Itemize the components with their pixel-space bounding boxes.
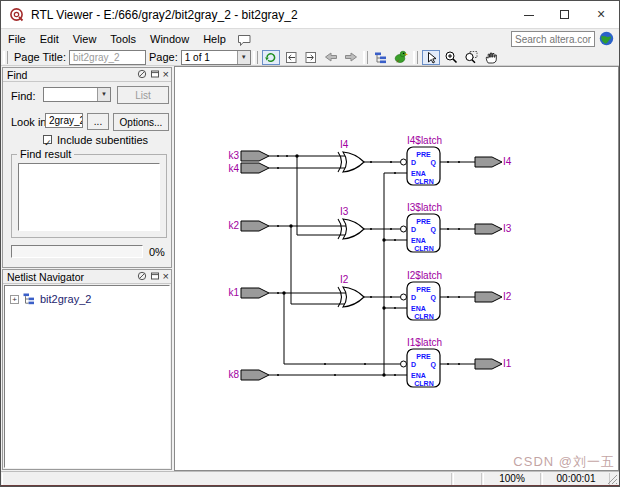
- svg-text:D: D: [411, 361, 416, 368]
- search-input[interactable]: [511, 31, 595, 47]
- next-page-icon: [304, 51, 318, 64]
- find-progress-bar: [11, 245, 143, 258]
- xor-gate-I4[interactable]: [338, 152, 364, 172]
- minimize-icon: [524, 15, 534, 16]
- netlist-panel-header: Netlist Navigator ×: [3, 270, 171, 284]
- input-pin-k2[interactable]: [241, 221, 269, 231]
- output-pins: [475, 157, 502, 369]
- hierarchy-icon: [374, 51, 388, 64]
- close-panel-icon[interactable]: ×: [163, 271, 169, 281]
- schematic-canvas[interactable]: k3 k4 k2 k1 k8: [174, 66, 619, 471]
- svg-text:I2$latch: I2$latch: [407, 270, 442, 281]
- menu-window[interactable]: Window: [143, 31, 196, 47]
- birds-eye-view-button[interactable]: [392, 50, 410, 65]
- svg-text:Q: Q: [431, 159, 437, 167]
- menu-view[interactable]: View: [66, 31, 104, 47]
- zoom-selection-tool-button[interactable]: [462, 50, 480, 65]
- svg-text:ENA: ENA: [411, 305, 426, 312]
- find-combobox[interactable]: ▼: [43, 87, 111, 102]
- find-combobox-arrow-icon[interactable]: ▼: [97, 88, 110, 101]
- refresh-button[interactable]: [262, 50, 280, 65]
- page-select[interactable]: 1 of 1▼: [181, 50, 251, 65]
- svg-text:k2: k2: [228, 220, 239, 231]
- maximize-button[interactable]: [547, 1, 583, 28]
- page-title-field[interactable]: bit2gray_2: [69, 50, 146, 65]
- output-pin-I3[interactable]: [475, 224, 502, 234]
- latch-I3[interactable]: PRE D Q ENA CLRN: [401, 214, 441, 252]
- include-subentities-label: Include subentities: [57, 134, 148, 146]
- xor-gate-I3[interactable]: [338, 219, 364, 239]
- tree-expand-icon[interactable]: +: [10, 295, 19, 304]
- close-panel-icon[interactable]: ×: [163, 69, 169, 79]
- help-icon[interactable]: [137, 271, 147, 281]
- look-in-label: Look in:: [11, 116, 50, 128]
- zoom-in-tool-button[interactable]: [442, 50, 460, 65]
- svg-text:I2: I2: [503, 291, 512, 302]
- app-icon: [9, 7, 25, 23]
- latches: PRE D Q ENA CLRN PRE D Q ENA CLRN: [401, 147, 441, 387]
- options-button[interactable]: Options...: [113, 113, 169, 131]
- browse-button[interactable]: ...: [87, 113, 109, 130]
- float-panel-icon[interactable]: [150, 271, 160, 281]
- netlist-navigator-panel: Netlist Navigator × + bit2gray_2: [2, 269, 172, 470]
- next-page-button[interactable]: [302, 50, 320, 65]
- svg-text:k8: k8: [228, 369, 239, 380]
- globe-icon[interactable]: [599, 31, 614, 46]
- latch-I1[interactable]: PRE D Q ENA CLRN: [401, 349, 441, 387]
- tree-item-bit2gray_2[interactable]: + bit2gray_2: [10, 293, 91, 305]
- latch-I2[interactable]: PRE D Q ENA CLRN: [401, 282, 441, 320]
- input-pin-k8[interactable]: [241, 370, 269, 380]
- back-button[interactable]: [322, 50, 340, 65]
- previous-page-button[interactable]: [282, 50, 300, 65]
- input-pins: [241, 151, 269, 380]
- menu-file[interactable]: File: [1, 31, 33, 47]
- find-result-group: Find result: [11, 154, 167, 238]
- input-pin-k3[interactable]: [241, 151, 269, 161]
- netlist-tree[interactable]: + bit2gray_2: [4, 285, 170, 468]
- toolbar-grip: [363, 51, 368, 64]
- svg-text:I2: I2: [340, 274, 349, 285]
- latch-I4[interactable]: PRE D Q ENA CLRN: [401, 147, 441, 185]
- menu-tools[interactable]: Tools: [103, 31, 143, 47]
- svg-text:ENA: ENA: [411, 372, 426, 379]
- look-in-field[interactable]: 2gray_2: [45, 113, 83, 128]
- page-select-arrow-icon[interactable]: ▼: [237, 51, 250, 64]
- output-pin-I4[interactable]: [475, 157, 502, 167]
- tree-item-label: bit2gray_2: [40, 293, 91, 305]
- menu-help[interactable]: Help: [196, 31, 233, 47]
- output-pin-I1[interactable]: [475, 359, 502, 369]
- svg-text:PRE: PRE: [416, 218, 431, 225]
- status-bar: 100% 00:00:01: [1, 471, 619, 485]
- svg-text:I4: I4: [340, 139, 349, 150]
- list-button[interactable]: List: [117, 86, 169, 104]
- pan-tool-button[interactable]: [482, 50, 500, 65]
- feedback-bubble-icon[interactable]: [237, 34, 252, 47]
- svg-text:k1: k1: [228, 287, 239, 298]
- include-subentities-checkbox[interactable]: ✓: [43, 135, 52, 144]
- output-pin-I2[interactable]: [475, 292, 502, 302]
- selection-tool-button[interactable]: [422, 50, 440, 65]
- find-result-list[interactable]: [18, 163, 160, 231]
- svg-text:D: D: [411, 226, 416, 233]
- help-icon[interactable]: [137, 69, 147, 79]
- input-pin-k4[interactable]: [241, 163, 269, 173]
- hierarchy-view-button[interactable]: [372, 50, 390, 65]
- forward-button[interactable]: [342, 50, 360, 65]
- svg-text:ENA: ENA: [411, 237, 426, 244]
- netlist-panel-title: Netlist Navigator: [7, 271, 84, 283]
- bird-icon: [393, 50, 408, 64]
- watermark: CSDN @刘一五: [469, 453, 615, 471]
- svg-text:k4: k4: [228, 163, 239, 174]
- nets[interactable]: [269, 156, 475, 375]
- previous-page-icon: [284, 51, 298, 64]
- float-panel-icon[interactable]: [150, 69, 160, 79]
- input-pin-k1[interactable]: [241, 288, 269, 298]
- check-icon: ✓: [44, 138, 52, 148]
- close-button[interactable]: ×: [583, 1, 619, 28]
- status-zoom-level: 100%: [483, 473, 541, 485]
- find-panel: Find × Find: ▼ List Look in: 2gray_2 ...…: [2, 67, 172, 268]
- minimize-button[interactable]: [511, 1, 547, 28]
- menu-edit[interactable]: Edit: [33, 31, 66, 47]
- resize-grip[interactable]: [607, 474, 618, 485]
- hand-icon: [484, 50, 497, 64]
